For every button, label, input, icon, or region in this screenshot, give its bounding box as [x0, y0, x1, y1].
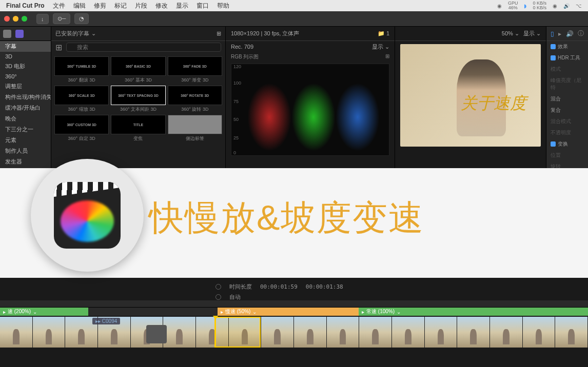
view-dropdown[interactable]: 显示 ⌄ — [523, 30, 541, 37]
title-thumb[interactable]: 360° SCALE 3D360° 缩放 3D — [54, 86, 109, 113]
macos-menubar: Final Cut Pro 文件 编辑 修剪 标记 片段 修改 显示 窗口 帮助… — [0, 0, 588, 11]
inspector-row[interactable]: 变换 — [546, 138, 588, 150]
title-thumb[interactable]: 360° TUMBLE 3D360° 翻滚 3D — [54, 56, 109, 84]
grid-view-icon[interactable]: ⊞ — [217, 30, 221, 37]
title-thumb[interactable]: 360° FADE 3D360° 渐变 3D — [168, 56, 222, 84]
menu-clip[interactable]: 片段 — [135, 2, 147, 10]
range-selection[interactable] — [214, 317, 261, 348]
search-row: ⊞ — [51, 41, 225, 53]
inspector-row[interactable]: 复合 — [546, 105, 588, 116]
inspector-row[interactable]: 模式 — [546, 64, 588, 75]
radio-duration[interactable] — [215, 284, 221, 290]
inspector-row[interactable]: 混合 — [546, 93, 588, 105]
sidebar-item[interactable]: 缓冲器/开场白 — [0, 103, 51, 113]
video-tab-icon[interactable]: ▯ — [551, 30, 554, 37]
menu-window[interactable]: 窗口 — [197, 2, 209, 10]
checkbox-icon[interactable] — [551, 55, 556, 60]
red-waveform — [247, 83, 291, 152]
sidebar-tabs — [0, 27, 51, 41]
window-controls[interactable] — [4, 16, 27, 22]
inspector-row[interactable]: HDR 工具 — [546, 52, 588, 64]
clip-name-label: ▸▸ C0094 — [92, 318, 120, 324]
zoom-dropdown[interactable]: 50% ⌄ — [502, 30, 519, 37]
title-thumb[interactable]: TITLE变焦 — [111, 115, 165, 142]
browser-header: 已安装的字幕 ⌄ ⊞ — [51, 27, 225, 41]
menu-mark[interactable]: 标记 — [114, 2, 127, 10]
fcp-logo-badge — [31, 159, 144, 272]
sidebar-item[interactable]: 3D — [0, 52, 51, 61]
cloud-icon: ◗ — [524, 3, 526, 9]
import-button[interactable]: ↓ — [36, 14, 49, 24]
sidebar-item[interactable]: 360° — [0, 72, 51, 81]
sidebar-item[interactable]: 字幕 — [0, 41, 51, 52]
inspector-row[interactable]: 效果 — [546, 41, 588, 52]
control-center-icon: ⌥ — [576, 3, 582, 9]
titles-browser: 已安装的字幕 ⌄ ⊞ ⊞ 360° TUMBLE 3D360° 翻滚 3D 36… — [51, 27, 226, 170]
inspector-tabs: ▯ ▸ 🔊 ⓘ — [546, 27, 588, 41]
menu-view[interactable]: 显示 — [176, 2, 188, 10]
sidebar-item[interactable]: 下三分之一 — [0, 124, 51, 135]
checkbox-icon[interactable] — [551, 141, 556, 147]
filter-icon[interactable]: ⊞ — [55, 43, 62, 52]
auto-label: 自动 — [229, 293, 241, 301]
fcp-app-icon — [54, 182, 121, 249]
titles-icon[interactable] — [15, 30, 24, 38]
info-tab-icon[interactable]: ⓘ — [578, 29, 584, 38]
speed-segment-normal[interactable]: ▸常速 (100%) ⌄ — [359, 308, 588, 316]
scopes-header: 1080×1920 | 30 fps, 立体声 📁 1 — [226, 27, 395, 41]
transition-handle[interactable] — [146, 325, 167, 343]
menu-help[interactable]: 帮助 — [217, 2, 229, 10]
search-input[interactable] — [66, 43, 221, 52]
rgb-parade-scope: 120 100 75 50 25 0 — [231, 64, 389, 156]
sidebar-item[interactable]: 制作人员 — [0, 146, 51, 156]
title-thumb[interactable]: 360° ROTATE 3D360° 旋转 3D — [168, 86, 222, 113]
scopes-show-dropdown[interactable]: 显示 ⌄ — [372, 43, 389, 51]
browser-dropdown[interactable]: 已安装的字幕 ⌄ — [55, 30, 96, 37]
generator-tab-icon[interactable]: ▸ — [558, 30, 561, 37]
title-thumb[interactable]: 360° TEXT SPACING 3D360° 文本间距 3D — [111, 86, 165, 113]
sidebar-item[interactable]: 调整层 — [0, 81, 51, 92]
overlay-subtitle: 关于速度 — [461, 92, 526, 115]
title-thumb[interactable]: 侧边标签 — [168, 115, 222, 142]
retime-auto-row: 自动 — [215, 289, 562, 304]
library-icon[interactable] — [3, 30, 11, 38]
thumbnail-grid: 360° TUMBLE 3D360° 翻滚 3D 360° BASIC 3D36… — [51, 53, 225, 145]
bg-tasks-button[interactable]: ◔ — [74, 13, 89, 24]
menu-modify[interactable]: 修改 — [155, 2, 168, 10]
audio-tab-icon[interactable]: 🔊 — [566, 30, 574, 37]
inspector-panel: ▯ ▸ 🔊 ⓘ 效果 HDR 工具 模式 峰值亮度（尼特 混合 复合 混合模式 … — [546, 27, 588, 170]
sidebar-item[interactable]: 3D 电影 — [0, 61, 51, 72]
keyword-button[interactable]: ⊙─ — [53, 13, 71, 24]
menu-edit[interactable]: 编辑 — [73, 2, 86, 10]
sidebar-item[interactable]: 元素 — [0, 135, 51, 146]
sidebar-item[interactable]: 发生器 — [0, 156, 51, 167]
blue-waveform — [336, 83, 380, 152]
browser-sidebar: 字幕 3D 3D 电影 360° 调整层 构件出现/构件消失 缓冲器/开场白 晚… — [0, 27, 51, 170]
gpu-status: GPU46% — [508, 1, 518, 10]
sidebar-item[interactable]: 构件出现/构件消失 — [0, 92, 51, 103]
playhead[interactable] — [215, 317, 216, 348]
menu-trim[interactable]: 修剪 — [94, 2, 106, 10]
inspector-row[interactable]: 不透明度 — [546, 127, 588, 138]
colorspace-label: Rec. 709 — [231, 44, 253, 50]
scopes-subheader: Rec. 709 显示 ⌄ — [226, 41, 395, 52]
sidebar-item[interactable]: 晚会 — [0, 113, 51, 124]
record-icon: ◉ — [497, 3, 502, 9]
checkbox-icon[interactable] — [551, 44, 556, 49]
speed-segment-fast[interactable]: ▸速 (200%) ⌄ — [0, 308, 88, 316]
retime-speed-bar[interactable]: ▸速 (200%) ⌄ ▸慢速 (50%) ⌄ ▸常速 (100%) ⌄ — [0, 308, 588, 316]
viewer-header: 50% ⌄ 显示 ⌄ — [395, 27, 546, 41]
title-thumb[interactable]: 360° CUSTOM 3D360° 自定 3D — [54, 115, 109, 142]
timeline[interactable]: ▸速 (200%) ⌄ ▸慢速 (50%) ⌄ ▸常速 (100%) ⌄ ▸▸ … — [0, 300, 588, 367]
radio-auto[interactable] — [215, 294, 221, 300]
primary-storyline[interactable]: ▸▸ C0094 — [0, 317, 588, 348]
inspector-row[interactable]: 位置 — [546, 150, 588, 161]
speed-segment-gap — [88, 308, 218, 316]
title-thumb[interactable]: 360° BASIC 3D360° 基本 3D — [111, 56, 165, 84]
menu-file[interactable]: 文件 — [53, 2, 65, 10]
inspector-row[interactable]: 峰值亮度（尼特 — [546, 75, 588, 93]
clip-filmstrip[interactable] — [0, 317, 588, 348]
speed-segment-slow[interactable]: ▸慢速 (50%) ⌄ — [218, 308, 359, 316]
inspector-row[interactable]: 混合模式 — [546, 116, 588, 127]
layout-icon[interactable]: ⊞ — [385, 53, 389, 59]
